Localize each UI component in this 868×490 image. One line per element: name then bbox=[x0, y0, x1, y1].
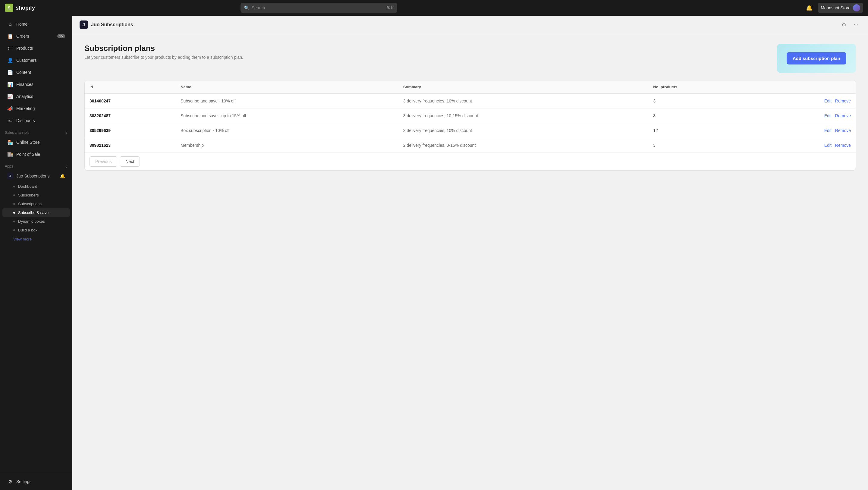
sidebar-item-home[interactable]: ⌂ Home bbox=[2, 19, 70, 30]
sidebar-item-analytics[interactable]: 📈 Analytics bbox=[2, 91, 70, 102]
cell-id: 303202487 bbox=[85, 109, 176, 123]
store-badge[interactable]: Moonshot Store bbox=[818, 3, 863, 13]
finances-icon: 📊 bbox=[7, 81, 13, 87]
cell-products: 3 bbox=[648, 109, 748, 123]
sidebar-item-content[interactable]: 📄 Content bbox=[2, 67, 70, 78]
edit-button[interactable]: Edit bbox=[824, 143, 832, 148]
shopify-bag-icon: S bbox=[5, 4, 13, 12]
sidebar-item-label: Products bbox=[16, 46, 33, 51]
cell-id: 309821623 bbox=[85, 138, 176, 153]
notifications-button[interactable]: 🔔 bbox=[804, 3, 814, 13]
sidebar-item-settings[interactable]: ⚙ Settings bbox=[2, 476, 70, 487]
table-row: 303202487 Subscribe and save - up to 15%… bbox=[85, 109, 856, 123]
dot-icon bbox=[13, 203, 15, 205]
sidebar-item-marketing[interactable]: 📣 Marketing bbox=[2, 103, 70, 114]
subitem-label: Subscribe & save bbox=[18, 210, 49, 215]
expand-icon[interactable]: › bbox=[66, 130, 67, 135]
dot-icon bbox=[13, 221, 15, 222]
remove-button[interactable]: Remove bbox=[835, 113, 851, 118]
remove-button[interactable]: Remove bbox=[835, 98, 851, 103]
bell-icon: 🔔 bbox=[60, 174, 65, 178]
edit-button[interactable]: Edit bbox=[824, 113, 832, 118]
app-more-button[interactable]: ··· bbox=[851, 20, 861, 30]
cell-summary: 3 delivery frequencies, 10-15% discount bbox=[398, 109, 648, 123]
app-title: Juo Subscriptions bbox=[91, 22, 133, 27]
content-area: Subscription plans Let your customers su… bbox=[72, 34, 868, 490]
view-more-label: View more bbox=[13, 237, 32, 241]
sidebar-item-online-store[interactable]: 🏪 Online Store bbox=[2, 136, 70, 148]
view-more-link[interactable]: View more bbox=[2, 235, 70, 244]
sidebar-subitem-subscribers[interactable]: Subscribers bbox=[2, 191, 70, 200]
edit-button[interactable]: Edit bbox=[824, 98, 832, 103]
sidebar-item-label: Finances bbox=[16, 82, 33, 87]
sidebar-item-label: Orders bbox=[16, 34, 29, 38]
plans-table: Id Name Summary No. products 301400247 S… bbox=[85, 81, 856, 170]
search-shortcut: ⌘ K bbox=[386, 6, 393, 10]
sidebar-item-label: Analytics bbox=[16, 94, 33, 99]
marketing-icon: 📣 bbox=[7, 105, 13, 112]
remove-button[interactable]: Remove bbox=[835, 143, 851, 148]
app-logo: J bbox=[80, 21, 88, 29]
sidebar-subitem-dynamic-boxes[interactable]: Dynamic boxes bbox=[2, 217, 70, 226]
main-content: J Juo Subscriptions ⚙ ··· Subscription p… bbox=[72, 16, 868, 490]
cell-name: Subscribe and save - up to 15% off bbox=[176, 109, 398, 123]
sales-channels-section: Sales channels › bbox=[0, 127, 72, 136]
cell-actions: Edit Remove bbox=[748, 123, 856, 138]
orders-icon: 📋 bbox=[7, 33, 13, 39]
cell-summary: 2 delivery frequencies, 0-15% discount bbox=[398, 138, 648, 153]
shopify-logo[interactable]: S shopify bbox=[5, 4, 35, 12]
subscription-plans-table: Id Name Summary No. products 301400247 S… bbox=[84, 80, 856, 171]
apps-expand-icon[interactable]: › bbox=[66, 164, 67, 169]
sidebar-item-label: Online Store bbox=[16, 140, 40, 145]
sidebar-subitem-subscribe-save[interactable]: Subscribe & save bbox=[2, 208, 70, 217]
table-body: 301400247 Subscribe and save - 10% off 3… bbox=[85, 94, 856, 171]
dot-icon bbox=[13, 186, 15, 187]
analytics-icon: 📈 bbox=[7, 93, 13, 99]
subitem-label: Build a box bbox=[18, 228, 37, 232]
sidebar-item-label: Settings bbox=[16, 479, 32, 484]
previous-button[interactable]: Previous bbox=[90, 156, 117, 167]
add-subscription-plan-button[interactable]: Add subscription plan bbox=[786, 52, 846, 64]
col-summary: Summary bbox=[398, 81, 648, 94]
app-logo-text: J bbox=[83, 22, 85, 27]
content-header-text: Subscription plans Let your customers su… bbox=[84, 44, 243, 60]
cell-actions: Edit Remove bbox=[748, 94, 856, 109]
cell-name: Membership bbox=[176, 138, 398, 153]
sidebar-item-label: Point of Sale bbox=[16, 152, 40, 157]
sidebar-item-orders[interactable]: 📋 Orders 25 bbox=[2, 30, 70, 42]
sidebar-subitem-build-a-box[interactable]: Build a box bbox=[2, 226, 70, 235]
home-icon: ⌂ bbox=[7, 21, 13, 27]
next-button[interactable]: Next bbox=[120, 156, 140, 167]
cell-products: 3 bbox=[648, 138, 748, 153]
cell-products: 12 bbox=[648, 123, 748, 138]
pagination: Previous Next bbox=[90, 156, 851, 167]
sidebar-subitem-dashboard[interactable]: Dashboard bbox=[2, 182, 70, 191]
search-icon: 🔍 bbox=[244, 5, 249, 10]
top-navigation: S shopify 🔍 Search ⌘ K 🔔 Moonshot Store bbox=[0, 0, 868, 16]
sidebar-subitem-subscriptions[interactable]: Subscriptions bbox=[2, 200, 70, 208]
sales-channels-title: Sales channels bbox=[5, 130, 29, 135]
cell-products: 3 bbox=[648, 94, 748, 109]
sidebar-item-point-of-sale[interactable]: 🏬 Point of Sale bbox=[2, 149, 70, 160]
apps-section: Apps › bbox=[0, 160, 72, 170]
discounts-icon: 🏷 bbox=[7, 118, 13, 124]
table-row: 309821623 Membership 2 delivery frequenc… bbox=[85, 138, 856, 153]
app-settings-button[interactable]: ⚙ bbox=[839, 20, 849, 30]
sidebar-item-label: Content bbox=[16, 70, 31, 75]
subitem-label: Subscriptions bbox=[18, 202, 41, 206]
search-bar[interactable]: 🔍 Search ⌘ K bbox=[241, 3, 397, 13]
cell-actions: Edit Remove bbox=[748, 109, 856, 123]
remove-button[interactable]: Remove bbox=[835, 128, 851, 133]
page-subtitle: Let your customers subscribe to your pro… bbox=[84, 55, 243, 60]
subitem-label: Dynamic boxes bbox=[18, 219, 45, 224]
sidebar-item-discounts[interactable]: 🏷 Discounts bbox=[2, 115, 70, 126]
sidebar-item-finances[interactable]: 📊 Finances bbox=[2, 79, 70, 90]
cell-actions: Edit Remove bbox=[748, 138, 856, 153]
dot-icon bbox=[13, 229, 15, 231]
sidebar-item-juo-subscriptions[interactable]: J Juo Subscriptions 🔔 bbox=[2, 170, 70, 182]
orders-badge: 25 bbox=[57, 34, 65, 38]
sidebar-item-products[interactable]: 🏷 Products bbox=[2, 42, 70, 54]
edit-button[interactable]: Edit bbox=[824, 128, 832, 133]
sidebar-item-customers[interactable]: 👤 Customers bbox=[2, 55, 70, 66]
shopify-wordmark: shopify bbox=[16, 5, 35, 11]
